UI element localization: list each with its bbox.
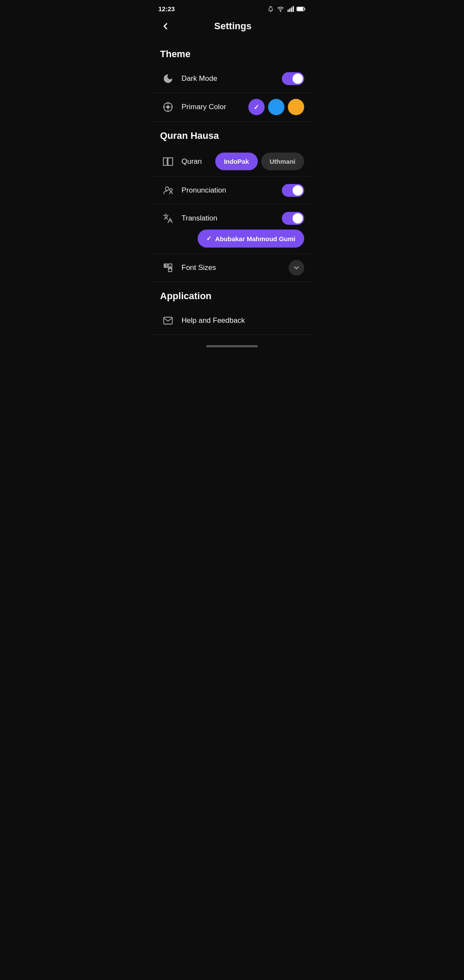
check-icon: ✓ (206, 235, 212, 242)
quran-label: Quran (182, 157, 210, 166)
status-bar: 12:23 (152, 0, 313, 16)
pronunciation-icon (160, 183, 176, 198)
signal-icon (287, 6, 294, 12)
theme-section-header: Theme (152, 40, 313, 65)
translation-row: Translation (152, 205, 313, 232)
svg-text:A: A (169, 266, 171, 270)
color-swatch-blue[interactable] (268, 99, 284, 115)
dark-mode-label: Dark Mode (182, 74, 276, 83)
primary-color-label: Primary Color (182, 103, 242, 111)
svg-point-14 (165, 187, 169, 190)
translation-selector-button[interactable]: ✓ Abubakar Mahmoud Gumi (198, 230, 304, 248)
uthmani-button[interactable]: Uthmani (261, 153, 304, 170)
font-sizes-label: Font Sizes (182, 263, 283, 272)
status-time: 12:23 (159, 5, 175, 12)
wifi-icon (277, 6, 284, 12)
check-icon-purple: ✓ (253, 103, 259, 111)
help-feedback-label: Help and Feedback (182, 316, 304, 325)
svg-rect-2 (287, 9, 289, 12)
svg-rect-3 (289, 8, 290, 12)
indopak-button[interactable]: IndoPak (215, 153, 257, 170)
battery-icon (296, 6, 306, 12)
font-sizes-dropdown-icon[interactable] (289, 260, 304, 276)
pronunciation-row: Pronunciation (152, 177, 313, 205)
svg-point-1 (280, 11, 281, 11)
translation-toggle-knob (293, 213, 303, 224)
translation-icon (160, 211, 176, 226)
translation-toggle[interactable] (282, 212, 304, 225)
translation-name: Abubakar Mahmoud Gumi (215, 235, 296, 242)
pronunciation-toggle[interactable] (282, 184, 304, 197)
color-swatch-purple[interactable]: ✓ (248, 99, 265, 115)
notification-icon (267, 6, 274, 12)
svg-rect-4 (291, 7, 292, 12)
application-section-header: Application (152, 282, 313, 307)
status-icons (267, 6, 306, 12)
script-buttons: IndoPak Uthmani (215, 153, 304, 170)
quran-row: Quran IndoPak Uthmani (152, 147, 313, 177)
quran-icon (160, 154, 176, 169)
primary-color-row: Primary Color ✓ (152, 93, 313, 122)
dark-mode-row: Dark Mode (152, 65, 313, 93)
dark-mode-icon (160, 71, 176, 86)
svg-rect-7 (297, 7, 303, 11)
dark-mode-toggle[interactable] (282, 72, 304, 85)
help-feedback-icon (160, 313, 176, 328)
font-sizes-row: A A Font Sizes (152, 254, 313, 282)
page-title: Settings (172, 21, 294, 32)
translation-label: Translation (182, 214, 276, 223)
font-sizes-icon: A A (160, 260, 176, 276)
color-swatches: ✓ (248, 99, 304, 115)
top-bar: Settings (152, 16, 313, 40)
quran-hausa-section-header: Quran Hausa (152, 122, 313, 147)
translation-selector-row: ✓ Abubakar Mahmoud Gumi (152, 230, 313, 254)
back-button[interactable] (159, 19, 172, 33)
color-swatch-orange[interactable] (288, 99, 304, 115)
help-feedback-row[interactable]: Help and Feedback (152, 307, 313, 335)
svg-point-15 (170, 189, 172, 191)
pronunciation-label: Pronunciation (182, 186, 276, 195)
home-indicator (206, 345, 258, 347)
primary-color-icon (160, 99, 176, 115)
svg-rect-5 (293, 6, 294, 12)
svg-point-9 (167, 106, 169, 108)
dark-mode-toggle-knob (293, 74, 303, 84)
pronunciation-toggle-knob (293, 185, 303, 196)
